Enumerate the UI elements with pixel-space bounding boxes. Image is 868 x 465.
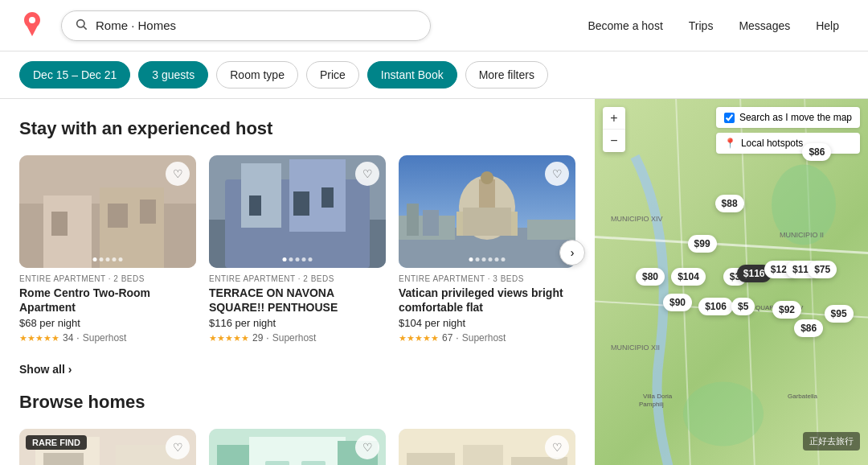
- rare-find-badge: RARE FIND: [26, 435, 87, 450]
- left-content: Stay with an experienced host ♡: [0, 99, 595, 465]
- date-range-filter[interactable]: Dec 15 – Dec 21: [19, 61, 130, 88]
- trips-link[interactable]: Trips: [679, 13, 723, 39]
- card-rating-2: ★★★★★ 67 · Superhost: [399, 332, 575, 344]
- price-pin-9[interactable]: $75: [808, 261, 837, 278]
- search-as-move-label: Search as I move the map: [739, 112, 852, 123]
- main-layout: Stay with an experienced host ♡: [0, 99, 868, 465]
- browse-cards-row: RARE FIND ♡ ♡: [19, 429, 575, 465]
- price-pin-4[interactable]: $104: [671, 268, 706, 286]
- show-all-link[interactable]: Show all ›: [19, 363, 575, 376]
- svg-rect-16: [321, 187, 334, 208]
- card-dots-0: [93, 257, 123, 261]
- svg-rect-20: [463, 208, 511, 236]
- price-pin-2[interactable]: $99: [688, 235, 717, 253]
- reviews-1: 29: [252, 332, 263, 344]
- search-icon: [75, 18, 88, 34]
- header-nav: Become a host Trips Messages Help: [578, 13, 849, 39]
- svg-point-57: [683, 382, 764, 446]
- stars-2: ★★★★★: [399, 333, 439, 344]
- price-pin-3[interactable]: $80: [636, 268, 665, 286]
- zoom-out-button[interactable]: −: [603, 130, 625, 152]
- svg-rect-23: [457, 212, 463, 236]
- search-bar[interactable]: [61, 10, 431, 41]
- heart-button-2[interactable]: ♡: [545, 162, 569, 186]
- card-image-1: ♡: [209, 155, 386, 268]
- card-rating-0: ★★★★★ 34 · Superhost: [19, 332, 196, 344]
- zoom-in-button[interactable]: +: [603, 107, 625, 130]
- svg-rect-41: [301, 461, 326, 465]
- dot-1-1: [289, 257, 293, 261]
- more-filters-button[interactable]: More filters: [465, 61, 548, 88]
- stars-0: ★★★★★: [19, 333, 59, 344]
- header: Become a host Trips Messages Help: [0, 0, 868, 51]
- search-input[interactable]: [96, 19, 417, 32]
- svg-rect-45: [407, 453, 455, 465]
- dot-2-5: [502, 257, 506, 261]
- become-host-link[interactable]: Become a host: [578, 13, 672, 39]
- card-info-2: ENTIRE APARTMENT · 3 BEDS Vatican privil…: [399, 268, 575, 350]
- listing-cards-row: ♡ ENTIRE APARTMENT · 2 BEDS Rome Centro …: [19, 155, 575, 350]
- browse-card-0[interactable]: RARE FIND ♡: [19, 429, 196, 465]
- price-pin-10[interactable]: $90: [663, 294, 692, 311]
- card-price-0: $68 per night: [19, 317, 196, 329]
- svg-rect-15: [293, 191, 309, 216]
- search-as-move-option[interactable]: Search as I move the map: [716, 107, 860, 128]
- dot-1-0: [283, 257, 287, 261]
- price-pin-15[interactable]: $95: [825, 305, 854, 323]
- price-filter[interactable]: Price: [306, 61, 359, 88]
- card-price-1: $116 per night: [209, 317, 386, 329]
- listing-card-0[interactable]: ♡ ENTIRE APARTMENT · 2 BEDS Rome Centro …: [19, 155, 196, 350]
- reviews-2: 67: [442, 332, 452, 344]
- superhost-2: Superhost: [462, 332, 506, 344]
- svg-point-22: [481, 171, 493, 184]
- listing-card-2[interactable]: ♡ ENTIRE APARTMENT · 3 BEDS Vatican priv…: [399, 155, 575, 350]
- card-type-1: ENTIRE APARTMENT · 2 BEDS: [209, 274, 386, 283]
- svg-text:MUNICIPIO II: MUNICIPIO II: [780, 231, 824, 239]
- search-as-move-checkbox[interactable]: [724, 113, 735, 123]
- room-type-filter[interactable]: Room type: [216, 61, 298, 88]
- svg-rect-46: [463, 445, 503, 465]
- listing-card-1[interactable]: ♡ ENTIRE APARTMENT · 2 BEDS TERRACE ON N…: [209, 155, 386, 350]
- card-image-0: ♡: [19, 155, 196, 268]
- svg-rect-38: [217, 445, 249, 465]
- heart-button-1[interactable]: ♡: [355, 162, 379, 186]
- dot-2-2: [482, 257, 486, 261]
- browse-card-2[interactable]: ♡: [399, 429, 575, 465]
- svg-text:Pamphilj: Pamphilj: [639, 401, 664, 408]
- browse-card-1[interactable]: ♡: [209, 429, 386, 465]
- svg-text:MUNICIPIO XIV: MUNICIPIO XIV: [611, 215, 663, 223]
- carousel-next-arrow[interactable]: ›: [559, 240, 585, 265]
- guests-filter[interactable]: 3 guests: [138, 61, 208, 88]
- svg-line-51: [595, 237, 868, 253]
- svg-text:Garbatella: Garbatella: [788, 393, 817, 400]
- instant-book-filter[interactable]: Instant Book: [367, 61, 457, 88]
- svg-rect-28: [423, 210, 439, 236]
- svg-line-1: [84, 27, 87, 30]
- card-name-1: TERRACE ON NAVONA SQUARE!! PENTHOUSE: [209, 286, 386, 315]
- card-image-2: ♡: [399, 155, 575, 268]
- price-pin-13[interactable]: $92: [772, 301, 801, 319]
- heart-button-0[interactable]: ♡: [166, 162, 190, 186]
- price-pin-0[interactable]: $86: [802, 143, 831, 161]
- local-hotspots-option[interactable]: 📍 Local hotspots: [716, 133, 860, 154]
- svg-rect-37: [249, 437, 346, 465]
- price-pin-14[interactable]: $86: [794, 319, 823, 337]
- reviews-0: 34: [63, 332, 73, 344]
- card-type-2: ENTIRE APARTMENT · 3 BEDS: [399, 274, 575, 283]
- show-all-arrow-icon: ›: [68, 363, 72, 376]
- messages-link[interactable]: Messages: [729, 13, 800, 39]
- experienced-host-title: Stay with an experienced host: [19, 118, 575, 139]
- price-pin-1[interactable]: $88: [715, 195, 744, 212]
- price-pin-11[interactable]: $106: [698, 298, 733, 315]
- hotspot-icon: 📍: [724, 138, 736, 149]
- airbnb-logo[interactable]: [19, 11, 45, 40]
- price-pin-12[interactable]: $5: [731, 298, 755, 315]
- superhost-1: Superhost: [272, 332, 317, 344]
- dot-0-4: [119, 257, 123, 261]
- card-type-0: ENTIRE APARTMENT · 2 BEDS: [19, 274, 196, 283]
- help-link[interactable]: Help: [806, 13, 849, 39]
- dot-2-1: [476, 257, 480, 261]
- local-hotspots-label: Local hotspots: [741, 138, 803, 149]
- dot-0-2: [106, 257, 110, 261]
- card-name-2: Vatican privileged views bright comforta…: [399, 286, 575, 315]
